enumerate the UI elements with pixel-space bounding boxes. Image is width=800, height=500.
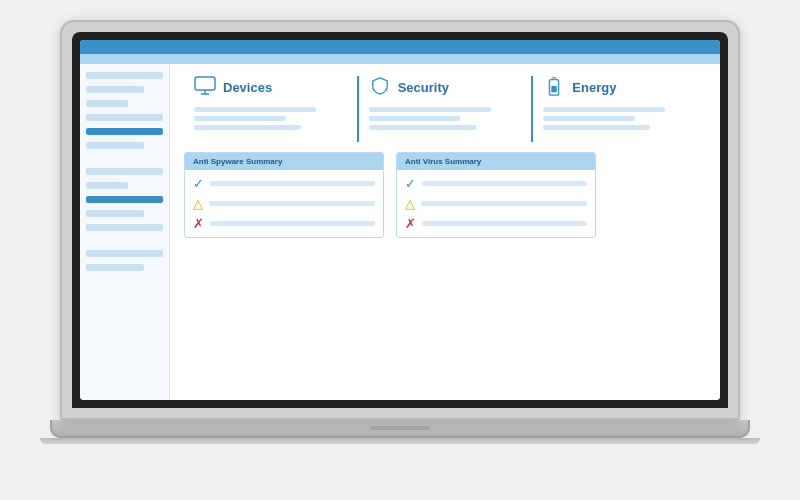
sub-bar xyxy=(80,54,720,64)
warning-icon: △ xyxy=(193,196,203,211)
sidebar-item xyxy=(86,72,163,79)
stat-line xyxy=(543,125,650,130)
stat-line xyxy=(194,107,316,112)
svg-rect-0 xyxy=(195,77,215,90)
stat-line xyxy=(194,125,301,130)
anti-virus-summary: Anti Virus Summary ✓ △ xyxy=(396,152,596,238)
stat-title-devices: Devices xyxy=(223,80,272,95)
sidebar-item xyxy=(86,182,128,189)
sidebar xyxy=(80,64,170,400)
sidebar-item xyxy=(86,168,163,175)
stat-card-energy: Energy xyxy=(533,76,706,142)
screen-bezel: Devices xyxy=(72,32,728,408)
sidebar-item xyxy=(86,86,144,93)
anti-spyware-body: ✓ △ ✗ xyxy=(185,170,383,237)
anti-virus-header: Anti Virus Summary xyxy=(397,153,595,170)
laptop-foot xyxy=(40,438,760,444)
screen: Devices xyxy=(80,40,720,400)
svg-rect-5 xyxy=(552,86,557,92)
summary-text-line xyxy=(422,181,587,186)
content-area: Devices xyxy=(80,64,720,400)
summary-row-error: ✗ xyxy=(405,216,587,231)
top-bar xyxy=(80,40,720,54)
stat-card-security: Security xyxy=(359,76,534,142)
summary-text-line xyxy=(209,201,375,206)
laptop-lid: Devices xyxy=(60,20,740,420)
laptop: Devices xyxy=(40,20,760,480)
laptop-base xyxy=(50,420,750,438)
stat-title-energy: Energy xyxy=(572,80,616,95)
summary-row-check: ✓ xyxy=(405,176,587,191)
error-icon: ✗ xyxy=(193,216,204,231)
main-content: Devices xyxy=(170,64,720,400)
monitor-icon xyxy=(194,76,216,99)
summary-row-warn: △ xyxy=(193,196,375,211)
stat-line xyxy=(543,107,665,112)
stat-line xyxy=(194,116,286,121)
sidebar-item-active[interactable] xyxy=(86,128,163,135)
stat-title-security: Security xyxy=(398,80,449,95)
sidebar-item xyxy=(86,250,163,257)
anti-spyware-header: Anti Spyware Summary xyxy=(185,153,383,170)
warning-icon: △ xyxy=(405,196,415,211)
sidebar-item xyxy=(86,210,144,217)
summary-text-line xyxy=(422,221,587,226)
summary-row-error: ✗ xyxy=(193,216,375,231)
summary-row-warn: △ xyxy=(405,196,587,211)
anti-virus-body: ✓ △ ✗ xyxy=(397,170,595,237)
anti-spyware-summary: Anti Spyware Summary ✓ △ xyxy=(184,152,384,238)
sidebar-item xyxy=(86,264,144,271)
stat-line xyxy=(543,116,635,121)
check-icon: ✓ xyxy=(405,176,416,191)
stat-card-header-devices: Devices xyxy=(194,76,272,99)
summary-text-line xyxy=(210,221,375,226)
stat-card-header-security: Security xyxy=(369,76,449,99)
error-icon: ✗ xyxy=(405,216,416,231)
stats-row: Devices xyxy=(184,76,706,142)
sidebar-item xyxy=(86,114,163,121)
summary-row-check: ✓ xyxy=(193,176,375,191)
stat-card-header-energy: Energy xyxy=(543,76,616,99)
summary-text-line xyxy=(421,201,587,206)
trackpad-notch xyxy=(370,426,430,430)
summary-text-line xyxy=(210,181,375,186)
sidebar-item xyxy=(86,224,163,231)
sidebar-item xyxy=(86,100,128,107)
check-icon: ✓ xyxy=(193,176,204,191)
summary-row: Anti Spyware Summary ✓ △ xyxy=(184,152,706,238)
stat-line xyxy=(369,107,491,112)
stat-line xyxy=(369,125,476,130)
stat-line xyxy=(369,116,461,121)
stat-card-devices: Devices xyxy=(184,76,359,142)
shield-icon xyxy=(369,76,391,99)
sidebar-item-active[interactable] xyxy=(86,196,163,203)
battery-icon xyxy=(543,76,565,99)
sidebar-item xyxy=(86,142,144,149)
